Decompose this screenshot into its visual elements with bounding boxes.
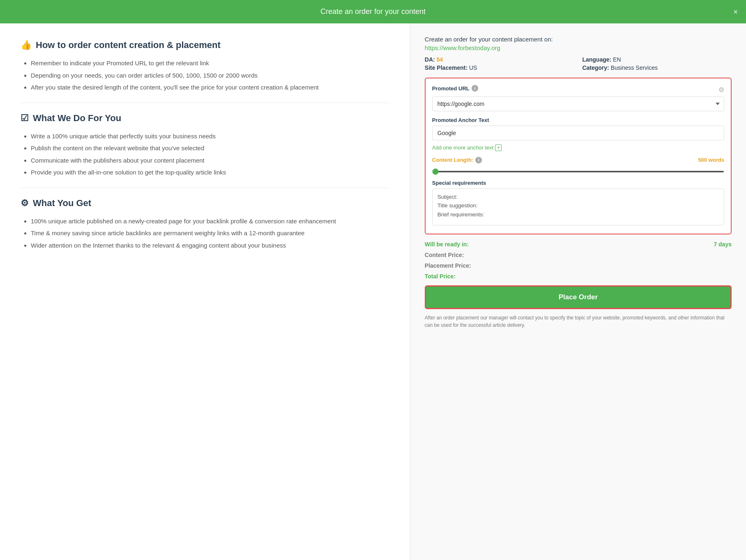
content-length-label: Content Length: i xyxy=(432,157,482,163)
list-item: Publish the content on the relevant webs… xyxy=(31,143,389,154)
section2-list: Write a 100% unique article that perfect… xyxy=(21,131,389,178)
modal-header: Create an order for your content × xyxy=(0,0,746,23)
da-item: DA: 54 xyxy=(425,56,574,63)
promoted-url-label: Promoted URL i xyxy=(432,85,478,92)
ready-in-value: 7 days xyxy=(714,241,732,248)
add-anchor-link[interactable]: Add one more anchor text + xyxy=(432,145,502,151)
language-value: EN xyxy=(613,56,621,63)
site-placement-label: Site Placement: xyxy=(425,64,467,71)
checkbox-icon: ☑ xyxy=(21,113,29,124)
content-price-row: Content Price: xyxy=(425,252,732,258)
gear-section-icon: ⚙ xyxy=(21,198,29,209)
category-item: Category: Business Services xyxy=(582,64,732,71)
content-length-info-icon: i xyxy=(475,157,482,163)
section3-list: 100% unique article published on a newly… xyxy=(21,216,389,251)
language-label: Language: xyxy=(582,56,611,63)
anchor-text-label: Promoted Anchor Text xyxy=(432,117,724,123)
section-how-to: 👍 How to order content creation & placem… xyxy=(21,40,389,93)
total-price-row: Total Price: xyxy=(425,273,732,280)
settings-icon[interactable]: ⚙ xyxy=(718,86,724,94)
section1-list: Remember to indicate your Promoted URL t… xyxy=(21,58,389,93)
total-price-label: Total Price: xyxy=(425,273,456,280)
placement-header: Create an order for your content placeme… xyxy=(425,36,732,43)
promoted-url-row: Promoted URL i ⚙ xyxy=(432,85,724,94)
placement-price-row: Placement Price: xyxy=(425,262,732,269)
ready-in-label: Will be ready in: xyxy=(425,241,469,248)
content-length-row: Content Length: i 500 words xyxy=(432,157,724,163)
modal-title: Create an order for your content xyxy=(320,7,426,16)
order-form-box: Promoted URL i ⚙ https://google.com Prom… xyxy=(425,78,732,234)
place-order-button[interactable]: Place Order xyxy=(425,285,732,309)
list-item: Wider attention on the Internet thanks t… xyxy=(31,240,389,251)
category-value: Business Services xyxy=(611,64,658,71)
left-panel: 👍 How to order content creation & placem… xyxy=(0,23,410,560)
promoted-url-info-icon: i xyxy=(472,85,478,92)
list-item: Depending on your needs, you can order a… xyxy=(31,70,389,81)
section-what-you-get: ⚙ What You Get 100% unique article publi… xyxy=(21,198,389,251)
section1-title: How to order content creation & placemen… xyxy=(36,40,221,50)
content-length-slider[interactable] xyxy=(432,171,724,172)
close-button[interactable]: × xyxy=(733,8,738,16)
list-item: Communicate with the publishers about yo… xyxy=(31,155,389,166)
da-value: 54 xyxy=(437,56,443,63)
add-anchor-text: Add one more anchor text xyxy=(432,145,494,151)
site-placement-value: US xyxy=(469,64,477,71)
slider-container xyxy=(432,167,724,174)
promoted-url-select[interactable]: https://google.com xyxy=(432,96,724,111)
placement-url[interactable]: https://www.forbestoday.org xyxy=(425,44,732,51)
placement-price-label: Placement Price: xyxy=(425,262,471,269)
special-req-label: Special requirements xyxy=(432,180,724,186)
anchor-text-input[interactable] xyxy=(432,126,724,140)
section-what-we-do: ☑ What We Do For You Write a 100% unique… xyxy=(21,113,389,178)
order-note: After an order placement our manager wil… xyxy=(425,314,732,329)
site-placement-item: Site Placement: US xyxy=(425,64,574,71)
list-item: Write a 100% unique article that perfect… xyxy=(31,131,389,142)
list-item: 100% unique article published on a newly… xyxy=(31,216,389,227)
da-label: DA: xyxy=(425,56,435,63)
right-panel: Create an order for your content placeme… xyxy=(410,23,746,560)
special-req-textarea[interactable]: Subject: Title suggestion: Brief require… xyxy=(432,188,724,225)
word-count: 500 words xyxy=(698,157,724,163)
language-item: Language: EN xyxy=(582,56,732,63)
thumbs-up-icon: 👍 xyxy=(21,40,32,50)
ready-in-row: Will be ready in: 7 days xyxy=(425,241,732,248)
list-item: Time & money saving since article backli… xyxy=(31,228,389,239)
content-price-label: Content Price: xyxy=(425,252,464,258)
modal-body: 👍 How to order content creation & placem… xyxy=(0,23,746,560)
meta-grid: DA: 54 Language: EN Site Placement: US C… xyxy=(425,56,732,71)
category-label: Category: xyxy=(582,64,609,71)
list-item: After you state the desired length of th… xyxy=(31,82,389,93)
section2-title: What We Do For You xyxy=(33,113,121,124)
list-item: Provide you with the all-in-one solution… xyxy=(31,167,389,178)
plus-icon: + xyxy=(495,145,502,151)
section3-title: What You Get xyxy=(33,198,91,209)
list-item: Remember to indicate your Promoted URL t… xyxy=(31,58,389,69)
